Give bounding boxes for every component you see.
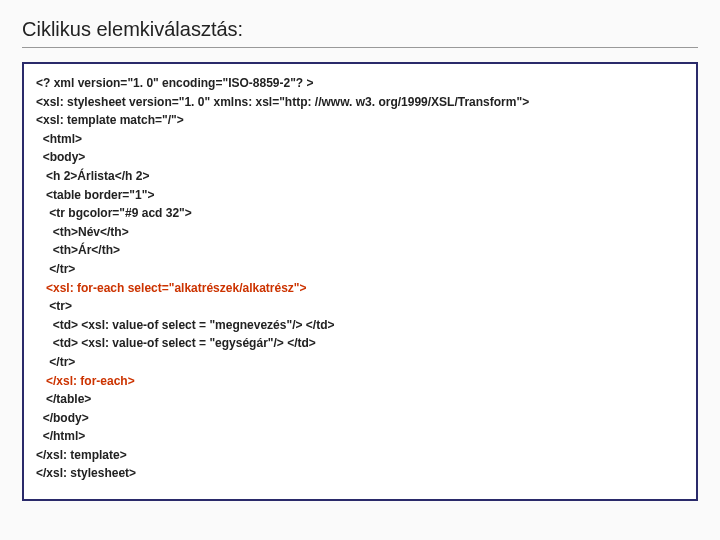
code-line: <th>Ár</th> [36,243,120,257]
code-line: <table border="1"> [36,188,154,202]
code-line: <td> <xsl: value-of select = "megnevezés… [36,318,335,332]
code-line: </tr> [36,355,75,369]
code-line-highlight: <xsl: for-each select="alkatrészek/alkat… [36,281,307,295]
code-line: <th>Név</th> [36,225,129,239]
code-listing: <? xml version="1. 0" encoding="ISO-8859… [36,74,684,483]
code-line: <? xml version="1. 0" encoding="ISO-8859… [36,76,314,90]
code-line: <xsl: template match="/"> [36,113,184,127]
code-line: <tr> [36,299,72,313]
code-line: <tr bgcolor="#9 acd 32"> [36,206,192,220]
code-line: <body> [36,150,85,164]
code-line: </xsl: stylesheet> [36,466,136,480]
page-title: Ciklikus elemkiválasztás: [22,18,698,48]
code-line: <td> <xsl: value-of select = "egységár"/… [36,336,316,350]
code-line: <xsl: stylesheet version="1. 0" xmlns: x… [36,95,529,109]
code-line: <h 2>Árlista</h 2> [36,169,149,183]
code-container: <? xml version="1. 0" encoding="ISO-8859… [22,62,698,501]
code-line: </xsl: template> [36,448,127,462]
code-line-highlight: </xsl: for-each> [36,374,135,388]
code-line: </html> [36,429,85,443]
code-line: </body> [36,411,89,425]
code-line: </tr> [36,262,75,276]
code-line: </table> [36,392,91,406]
code-line: <html> [36,132,82,146]
